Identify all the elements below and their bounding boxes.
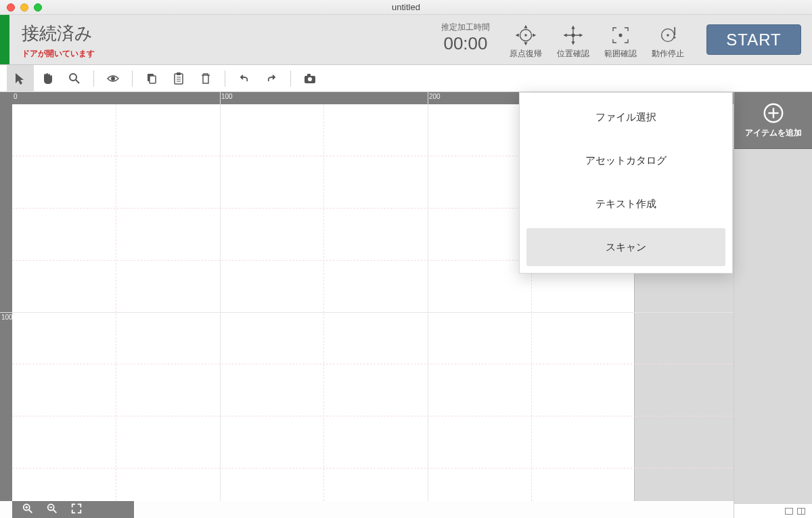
stop-icon	[656, 24, 679, 47]
separator	[290, 70, 291, 87]
zoom-in-icon	[22, 502, 34, 515]
hand-icon	[41, 72, 54, 85]
eye-icon	[106, 72, 120, 85]
svg-line-22	[29, 509, 32, 513]
redo-tool[interactable]	[258, 65, 285, 92]
layout-split-icon[interactable]	[797, 508, 805, 515]
vertical-ruler: 100	[0, 104, 12, 501]
undo-icon	[238, 72, 251, 85]
toolbar	[0, 65, 812, 92]
fit-button[interactable]	[70, 502, 83, 517]
header: 接続済み ドアが開いています 推定加工時間 00:00 原点復帰 位置確認 範囲…	[0, 15, 812, 65]
plus-circle-icon	[762, 102, 785, 125]
visibility-tool[interactable]	[99, 65, 127, 92]
home-button-label: 原点復帰	[510, 48, 542, 60]
range-button[interactable]: 範囲確認	[597, 15, 644, 64]
clipboard-icon	[172, 72, 185, 85]
zoom-tool[interactable]	[61, 65, 88, 92]
svg-rect-20	[307, 74, 311, 77]
zoom-out-icon	[46, 502, 58, 515]
position-button[interactable]: 位置確認	[549, 15, 597, 64]
delete-tool[interactable]	[192, 65, 219, 92]
status-block: 接続済み ドアが開いています	[9, 15, 107, 64]
add-item-label: アイテムを追加	[745, 127, 802, 139]
zoom-bar	[12, 501, 134, 518]
start-button[interactable]: START	[706, 24, 801, 55]
svg-point-10	[111, 77, 115, 81]
add-item-button[interactable]: アイテムを追加	[734, 92, 812, 149]
redo-icon	[265, 72, 278, 85]
status-indicator	[0, 15, 9, 64]
estimated-time-value: 00:00	[441, 33, 490, 54]
popup-file-select[interactable]: ファイル選択	[526, 98, 725, 136]
separator	[225, 70, 225, 87]
door-status: ドアが開いています	[22, 48, 95, 60]
svg-point-7	[674, 37, 676, 39]
position-button-label: 位置確認	[557, 48, 589, 60]
zoom-out-button[interactable]	[46, 502, 58, 517]
pan-tool[interactable]	[34, 65, 61, 92]
svg-point-3	[618, 33, 622, 37]
svg-point-5	[667, 34, 669, 36]
svg-point-1	[524, 34, 526, 36]
copy-icon	[145, 72, 158, 85]
svg-rect-14	[177, 72, 181, 75]
ruler-h-label: 200	[429, 93, 441, 100]
popup-create-text[interactable]: テキスト作成	[526, 185, 725, 223]
range-button-label: 範囲確認	[604, 48, 637, 60]
select-tool[interactable]	[7, 65, 34, 92]
layout-switch	[734, 503, 812, 518]
separator	[132, 70, 133, 87]
undo-tool[interactable]	[231, 65, 258, 92]
trash-icon	[199, 72, 212, 85]
sidebar: アイテムを追加	[734, 92, 812, 518]
zoom-in-button[interactable]	[22, 502, 34, 517]
home-button[interactable]: 原点復帰	[502, 15, 549, 64]
range-icon	[609, 24, 632, 47]
svg-point-8	[70, 74, 76, 81]
ruler-h-label: 0	[14, 93, 18, 100]
titlebar: untitled	[0, 0, 812, 15]
add-item-popup: ファイル選択 アセットカタログ テキスト作成 スキャン	[519, 92, 733, 274]
svg-point-19	[308, 77, 312, 81]
estimated-time: 推定加工時間 00:00	[441, 15, 490, 64]
position-icon	[562, 24, 585, 47]
ruler-v-label: 100	[1, 314, 12, 321]
stop-button-label: 動作停止	[652, 48, 684, 60]
connection-status: 接続済み	[22, 22, 95, 45]
svg-rect-12	[150, 76, 156, 83]
svg-point-2	[571, 33, 574, 37]
magnifier-icon	[68, 72, 81, 85]
window-title: untitled	[0, 2, 812, 12]
paste-tool[interactable]	[165, 65, 192, 92]
popup-asset-catalog[interactable]: アセットカタログ	[526, 142, 725, 179]
ruler-corner	[0, 92, 12, 104]
estimated-time-label: 推定加工時間	[441, 22, 490, 33]
home-target-icon	[514, 24, 537, 47]
expand-icon	[70, 502, 83, 515]
stop-button[interactable]: 動作停止	[644, 15, 692, 64]
ruler-h-label: 100	[221, 93, 233, 100]
svg-line-9	[76, 80, 79, 83]
pointer-icon	[14, 72, 27, 85]
layout-single-icon[interactable]	[785, 508, 793, 515]
camera-icon	[303, 72, 317, 85]
separator	[93, 70, 94, 87]
popup-scan[interactable]: スキャン	[526, 228, 725, 266]
camera-tool[interactable]	[296, 65, 323, 92]
svg-line-26	[53, 509, 57, 513]
copy-tool[interactable]	[138, 65, 165, 92]
